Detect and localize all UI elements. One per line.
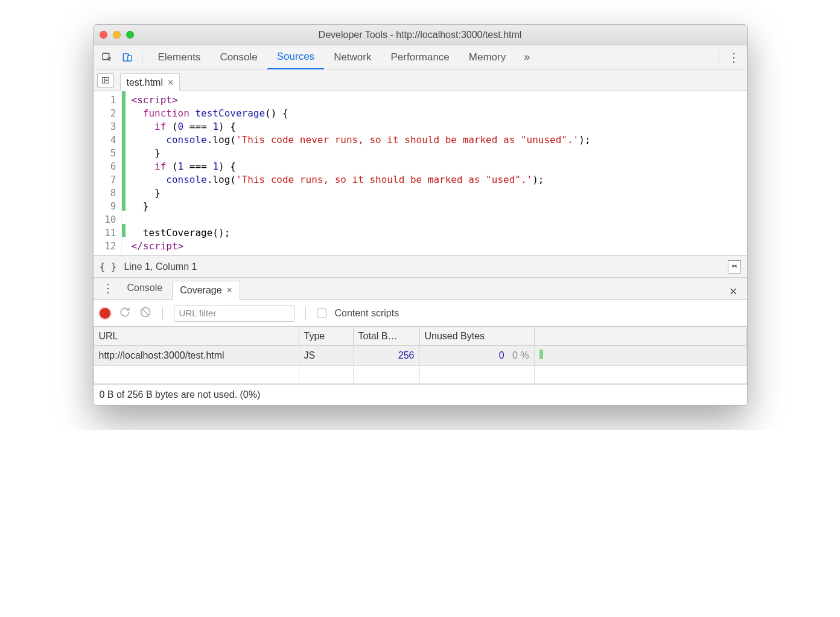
content-scripts-label: Content scripts	[335, 308, 399, 319]
pretty-print-button[interactable]: { }	[100, 261, 117, 272]
devtools-window: Developer Tools - http://localhost:3000/…	[93, 24, 748, 406]
source-editor[interactable]: 123456789101112 <script> function testCo…	[94, 91, 747, 255]
line-number: 4	[94, 133, 121, 147]
code-line[interactable]: <script>	[132, 94, 741, 107]
kebab-menu-icon[interactable]: ⋮	[725, 49, 742, 66]
code-line[interactable]	[132, 213, 741, 226]
col-unused[interactable]: Unused Bytes	[419, 327, 534, 346]
line-number: 5	[94, 147, 121, 160]
drawer-kebab-menu-icon[interactable]: ⋮	[98, 277, 118, 299]
collapse-drawer-button[interactable]	[728, 260, 741, 273]
tab-console[interactable]: Console	[210, 45, 267, 69]
line-number: 9	[94, 200, 121, 213]
tab-sources[interactable]: Sources	[267, 45, 324, 69]
tab-performance[interactable]: Performance	[381, 45, 459, 69]
code-line[interactable]: console.log('This code never runs, so it…	[132, 133, 741, 147]
tabs-overflow-button[interactable]: »	[519, 51, 535, 63]
separator	[142, 51, 142, 64]
table-row	[94, 366, 746, 384]
usage-bar-icon	[539, 350, 543, 359]
content-scripts-checkbox[interactable]	[317, 308, 326, 318]
coverage-toolbar: Content scripts	[94, 300, 747, 327]
line-gutter: 123456789101112	[94, 91, 122, 255]
titlebar: Developer Tools - http://localhost:3000/…	[94, 25, 747, 45]
line-number: 1	[94, 94, 121, 107]
line-number: 6	[94, 160, 121, 173]
code-line[interactable]: testCoverage();	[132, 226, 741, 240]
close-drawer-icon[interactable]: ×	[725, 284, 742, 299]
window-title: Developer Tools - http://localhost:3000/…	[94, 30, 747, 40]
code-line[interactable]: }	[132, 200, 741, 213]
tab-network[interactable]: Network	[324, 45, 381, 69]
close-tab-icon[interactable]: ×	[227, 285, 232, 296]
cursor-position: Line 1, Column 1	[124, 261, 197, 272]
tab-elements[interactable]: Elements	[148, 45, 211, 69]
cell-total: 256	[353, 346, 419, 366]
table-row[interactable]: http://localhost:3000/test.html JS 256 0…	[94, 346, 746, 366]
col-type[interactable]: Type	[299, 327, 353, 346]
file-tab-test-html[interactable]: test.html ×	[120, 73, 180, 91]
coverage-table: URL Type Total B… Unused Bytes http://lo…	[94, 327, 747, 384]
drawer-tab-strip: ⋮ Console Coverage × ×	[94, 277, 747, 300]
record-button[interactable]	[100, 308, 110, 319]
code-line[interactable]: if (1 === 1) {	[132, 160, 741, 173]
cell-unused: 0 0 %	[419, 346, 534, 366]
code-line[interactable]: </script>	[132, 240, 741, 253]
code-line[interactable]: }	[132, 147, 741, 160]
svg-rect-2	[127, 56, 131, 61]
table-header-row: URL Type Total B… Unused Bytes	[94, 327, 746, 346]
inspect-element-icon[interactable]	[98, 49, 115, 66]
line-number: 12	[94, 240, 121, 253]
drawer-tab-label: Coverage	[180, 285, 221, 296]
cell-type: JS	[299, 346, 353, 366]
line-number: 2	[94, 107, 121, 120]
file-tab-strip: test.html ×	[94, 69, 747, 91]
close-tab-icon[interactable]: ×	[168, 77, 173, 88]
separator	[162, 307, 163, 320]
toggle-navigator-button[interactable]	[97, 73, 114, 88]
reload-icon[interactable]	[119, 306, 131, 321]
drawer-tab-coverage[interactable]: Coverage ×	[172, 281, 240, 300]
separator	[719, 51, 719, 64]
code-line[interactable]: console.log('This code runs, so it shoul…	[132, 173, 741, 187]
line-number: 10	[94, 213, 121, 226]
url-filter-input[interactable]	[174, 305, 294, 322]
separator	[305, 307, 306, 320]
editor-statusbar: { } Line 1, Column 1	[94, 255, 747, 277]
line-number: 3	[94, 120, 121, 133]
clear-icon[interactable]	[139, 306, 151, 321]
line-number: 8	[94, 187, 121, 200]
cell-usage-bar	[534, 346, 746, 366]
col-total[interactable]: Total B…	[353, 327, 419, 346]
tab-memory[interactable]: Memory	[459, 45, 515, 69]
code-line[interactable]: if (0 === 1) {	[132, 120, 741, 133]
device-toolbar-icon[interactable]	[119, 49, 136, 66]
cell-url: http://localhost:3000/test.html	[94, 346, 299, 366]
code-line[interactable]: function testCoverage() {	[132, 107, 741, 120]
code-line[interactable]: }	[132, 187, 741, 200]
coverage-summary: 0 B of 256 B bytes are not used. (0%)	[94, 384, 747, 405]
line-number: 11	[94, 226, 121, 240]
code-area[interactable]: <script> function testCoverage() { if (0…	[126, 91, 747, 255]
main-toolbar: ElementsConsoleSourcesNetworkPerformance…	[94, 45, 747, 69]
col-bar[interactable]	[534, 327, 746, 346]
col-url[interactable]: URL	[94, 327, 299, 346]
file-tab-label: test.html	[127, 77, 163, 88]
line-number: 7	[94, 173, 121, 187]
drawer-tab-console[interactable]: Console	[120, 277, 170, 299]
